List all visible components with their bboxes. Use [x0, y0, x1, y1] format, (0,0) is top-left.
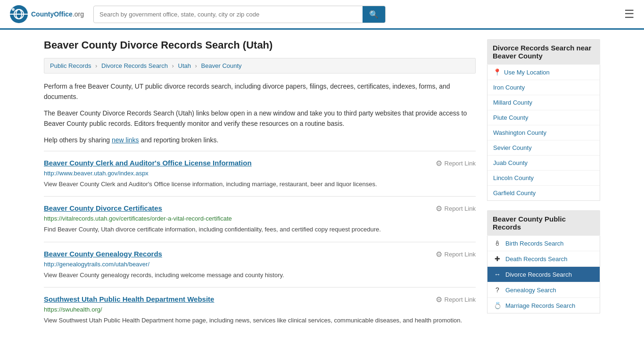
logo-text: CountyOffice.org: [31, 10, 84, 18]
county-link[interactable]: Juab County: [493, 159, 528, 166]
records-list-item[interactable]: ? Genealogy Search: [487, 282, 600, 298]
county-link[interactable]: Garfield County: [493, 189, 536, 197]
marriage-icon: 💍: [493, 302, 502, 309]
death-records-link[interactable]: Death Records Search: [505, 255, 568, 263]
county-link[interactable]: Lincoln County: [493, 174, 534, 181]
birth-icon: 🕯: [493, 239, 502, 247]
result-item: Beaver County Divorce Certificates ⚙ Rep…: [44, 196, 476, 242]
breadcrumb-sep-1: ›: [95, 62, 97, 69]
header-right: ☰: [624, 8, 635, 21]
use-location-link[interactable]: Use My Location: [504, 69, 550, 76]
site-header: CountyOffice.org 🔍 ☰: [0, 0, 644, 30]
breadcrumb-divorce-records-search[interactable]: Divorce Records Search: [101, 62, 168, 69]
nearby-counties-title: Divorce Records Search near Beaver Count…: [487, 39, 600, 65]
genealogy-search-link[interactable]: Genealogy Search: [505, 287, 556, 294]
list-item[interactable]: Piute County: [487, 110, 600, 125]
breadcrumb: Public Records › Divorce Records Search …: [44, 58, 476, 74]
divorce-icon: ↔: [493, 271, 502, 278]
sidebar: Divorce Records Search near Beaver Count…: [487, 39, 600, 333]
county-link[interactable]: Sevier County: [493, 144, 532, 151]
result-desc: View Beaver County Clerk and Auditor's O…: [44, 180, 476, 189]
result-header: Southwest Utah Public Health Department …: [44, 295, 476, 304]
result-url[interactable]: https://swuhealth.org/: [44, 306, 476, 313]
result-item: Southwest Utah Public Health Department …: [44, 287, 476, 333]
county-link[interactable]: Washington County: [493, 129, 546, 136]
new-links-link[interactable]: new links: [112, 136, 139, 144]
search-input[interactable]: [94, 7, 363, 22]
report-icon: ⚙: [436, 204, 442, 213]
report-link[interactable]: ⚙ Report Link: [436, 159, 476, 168]
result-title[interactable]: Beaver County Clerk and Auditor's Office…: [44, 159, 252, 167]
county-link[interactable]: Millard County: [493, 99, 532, 106]
search-button[interactable]: 🔍: [363, 6, 385, 23]
logo-icon: [9, 5, 28, 24]
use-location-item[interactable]: 📍 Use My Location: [487, 65, 600, 80]
death-icon: ✚: [493, 255, 502, 263]
result-title[interactable]: Beaver County Divorce Certificates: [44, 204, 162, 212]
svg-point-4: [12, 8, 15, 11]
result-title[interactable]: Beaver County Genealogy Records: [44, 250, 162, 258]
result-header: Beaver County Divorce Certificates ⚙ Rep…: [44, 204, 476, 213]
hamburger-menu[interactable]: ☰: [624, 8, 635, 21]
list-item[interactable]: Sevier County: [487, 140, 600, 156]
list-item[interactable]: Iron County: [487, 80, 600, 95]
main-content: Beaver County Divorce Records Search (Ut…: [44, 39, 476, 333]
report-link[interactable]: ⚙ Report Link: [436, 295, 476, 304]
result-item: Beaver County Clerk and Auditor's Office…: [44, 151, 476, 197]
result-title[interactable]: Southwest Utah Public Health Department …: [44, 295, 214, 303]
records-list-item[interactable]: 🕯 Birth Records Search: [487, 236, 600, 251]
logo-link[interactable]: CountyOffice.org: [9, 5, 84, 24]
intro-paragraph-1: Perform a free Beaver County, UT public …: [44, 81, 476, 102]
report-icon: ⚙: [436, 250, 442, 259]
nearby-counties-section: Divorce Records Search near Beaver Count…: [487, 39, 600, 201]
result-url[interactable]: http://genealogytrails.com/utah/beaver/: [44, 261, 476, 268]
result-desc: View Beaver County genealogy records, in…: [44, 271, 476, 280]
results-list: Beaver County Clerk and Auditor's Office…: [44, 151, 476, 333]
breadcrumb-beaver-county[interactable]: Beaver County: [201, 62, 242, 69]
page-container: Beaver County Divorce Records Search (Ut…: [34, 30, 610, 342]
marriage-records-link[interactable]: Marriage Records Search: [505, 302, 575, 309]
public-records-title: Beaver County Public Records: [487, 210, 600, 236]
list-item[interactable]: Garfield County: [487, 186, 600, 200]
result-header: Beaver County Clerk and Auditor's Office…: [44, 159, 476, 168]
list-item[interactable]: Washington County: [487, 125, 600, 140]
report-link[interactable]: ⚙ Report Link: [436, 250, 476, 259]
nearby-counties-list: 📍 Use My Location Iron County Millard Co…: [487, 65, 600, 201]
breadcrumb-sep-2: ›: [172, 62, 174, 69]
page-title: Beaver County Divorce Records Search (Ut…: [44, 39, 476, 51]
intro-paragraph-2: The Beaver County Divorce Records Search…: [44, 108, 476, 129]
genealogy-icon: ?: [493, 286, 502, 294]
list-item[interactable]: Lincoln County: [487, 171, 600, 186]
result-desc: View Southwest Utah Public Health Depart…: [44, 316, 476, 325]
records-list-item-active[interactable]: ↔ Divorce Records Search: [487, 267, 600, 282]
search-bar: 🔍: [93, 6, 386, 23]
report-link[interactable]: ⚙ Report Link: [436, 204, 476, 213]
report-icon: ⚙: [436, 295, 442, 304]
birth-records-link[interactable]: Birth Records Search: [505, 240, 564, 247]
breadcrumb-public-records[interactable]: Public Records: [50, 62, 91, 69]
county-link[interactable]: Iron County: [493, 84, 525, 91]
intro-paragraph-3: Help others by sharing new links and rep…: [44, 135, 476, 145]
divorce-records-link[interactable]: Divorce Records Search: [505, 271, 572, 278]
records-list-item[interactable]: ✚ Death Records Search: [487, 251, 600, 267]
result-item: Beaver County Genealogy Records ⚙ Report…: [44, 242, 476, 288]
breadcrumb-sep-3: ›: [195, 62, 197, 69]
list-item[interactable]: Juab County: [487, 156, 600, 171]
public-records-section: Beaver County Public Records 🕯 Birth Rec…: [487, 210, 600, 313]
result-url[interactable]: https://vitalrecords.utah.gov/certificat…: [44, 215, 476, 222]
list-item[interactable]: Millard County: [487, 95, 600, 110]
breadcrumb-utah[interactable]: Utah: [178, 62, 191, 69]
report-icon: ⚙: [436, 159, 442, 168]
location-icon: 📍: [493, 68, 501, 76]
result-header: Beaver County Genealogy Records ⚙ Report…: [44, 250, 476, 259]
county-link[interactable]: Piute County: [493, 114, 528, 121]
result-url[interactable]: http://www.beaver.utah.gov/index.aspx: [44, 170, 476, 177]
records-list-item[interactable]: 💍 Marriage Records Search: [487, 298, 600, 313]
public-records-list: 🕯 Birth Records Search ✚ Death Records S…: [487, 236, 600, 313]
result-desc: Find Beaver County, Utah divorce certifi…: [44, 225, 476, 234]
